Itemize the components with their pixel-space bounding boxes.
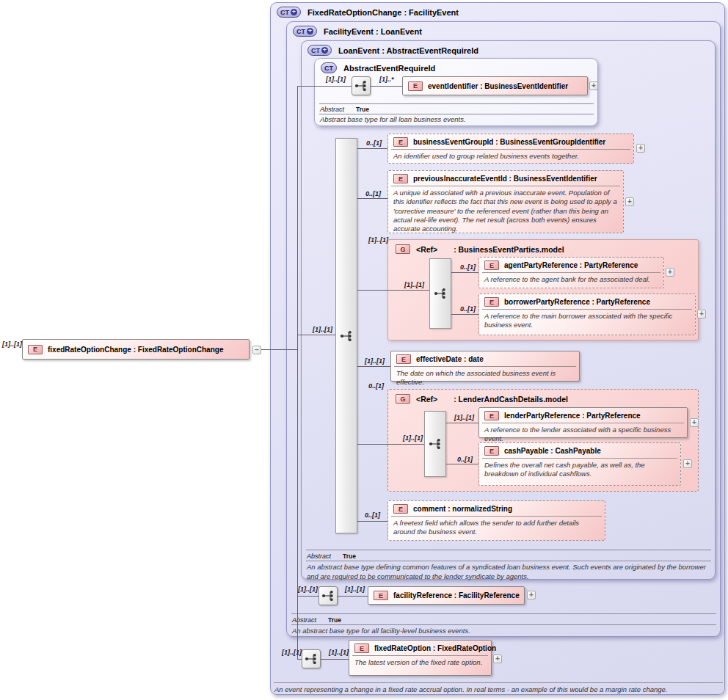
expand-button[interactable]: +	[589, 81, 598, 90]
cardinality-label: [1]..[1]	[345, 586, 365, 593]
group-type: : LenderAndCashDetails.model	[454, 395, 568, 404]
connector-line	[451, 314, 478, 315]
connector-line	[446, 423, 478, 423]
complextype-title: FixedRateOptionChange : FacilityEvent	[307, 8, 459, 17]
group-icon: G	[396, 394, 410, 404]
complextype-extension-icon: CT+	[293, 26, 317, 37]
divider	[319, 103, 594, 104]
expand-button[interactable]: +	[636, 144, 645, 153]
element-title: facilityReference : FacilityReference	[393, 591, 520, 599]
element-businesseventgroupid[interactable]: E businessEventGroupId : BusinessEventGr…	[387, 134, 634, 164]
connector-line	[357, 521, 387, 522]
element-icon: E	[396, 354, 411, 364]
connector-line	[446, 464, 478, 464]
cardinality-label: 0..[1]	[460, 305, 476, 313]
element-icon: E	[354, 644, 369, 653]
element-agentpartyreference[interactable]: E agentPartyReference : PartyReference A…	[478, 257, 664, 288]
element-fixedrateoption[interactable]: E fixedRateOption : FixedRateOption The …	[349, 640, 492, 676]
divider	[291, 613, 716, 614]
element-title: fixedRateOption : FixedRateOption	[374, 644, 496, 652]
complextype-header[interactable]: CT+ FixedRateOptionChange : FacilityEven…	[277, 7, 459, 18]
element-title: comment : normalizedString	[413, 505, 512, 513]
cardinality-label: 0..[1]	[457, 456, 473, 463]
expand-button[interactable]: +	[527, 591, 536, 599]
element-icon: E	[28, 345, 43, 354]
abstract-row: AbstractTrue	[320, 106, 369, 113]
group-ref-label: <Ref>	[416, 245, 437, 254]
expand-button[interactable]: +	[625, 197, 634, 206]
cardinality-label: [1]..[1]	[404, 281, 424, 288]
complextype-description: Abstract base type for all loan business…	[320, 115, 594, 125]
complextype-title: FacilityEvent : LoanEvent	[324, 27, 422, 36]
connector-line	[261, 349, 297, 350]
complextype-description: An event representing a change in a fixe…	[274, 685, 722, 695]
element-title: lenderPartyReference : PartyReference	[504, 412, 641, 420]
element-fixedrateoptionchange[interactable]: E fixedRateOptionChange : FixedRateOptio…	[22, 339, 250, 360]
element-borrowerpartyreference[interactable]: E borrowerPartyReference : PartyReferenc…	[478, 294, 696, 335]
extension-plus-icon: +	[321, 47, 328, 54]
element-previousinaccurateeventid[interactable]: E previousInaccurateEventId : BusinessEv…	[387, 170, 624, 233]
expand-button[interactable]: +	[697, 310, 706, 318]
element-lenderpartyreference[interactable]: E lenderPartyReference : PartyReference …	[478, 407, 688, 438]
cardinality-label: [1]..[1]	[365, 357, 385, 365]
cardinality-label: [1]..[1]	[368, 236, 388, 244]
element-icon: E	[393, 504, 408, 514]
cardinality-label: [1]..[1]	[282, 649, 302, 656]
element-title: fixedRateOptionChange : FixedRateOptionC…	[48, 346, 223, 354]
element-description: A unique id associated with a previous i…	[388, 186, 623, 237]
group-type: : BusinessEventParties.model	[454, 245, 564, 254]
complextype-header[interactable]: CT+ FacilityEvent : LoanEvent	[293, 26, 422, 37]
expand-button[interactable]: +	[690, 418, 699, 427]
element-eventidentifier[interactable]: E eventIdentifier : BusinessEventIdentif…	[402, 76, 588, 95]
element-description: A reference to the main borrower associa…	[479, 310, 695, 333]
element-icon: E	[393, 137, 408, 147]
element-facilityreference[interactable]: E facilityReference : FacilityReference	[368, 586, 525, 605]
schema-diagram: CT+ FixedRateOptionChange : FacilityEven…	[0, 0, 728, 700]
element-title: cashPayable : CashPayable	[504, 447, 601, 455]
sequence-icon[interactable]	[318, 586, 338, 605]
cardinality-label: 0..[1]	[365, 511, 380, 519]
expand-button[interactable]: +	[666, 268, 674, 277]
element-comment[interactable]: E comment : normalizedString A freetext …	[387, 500, 605, 541]
element-description: A reference to the agent bank for the as…	[479, 273, 663, 287]
connector-line	[297, 335, 335, 335]
complextype-icon: CT	[321, 62, 337, 73]
element-description: Defines the overall net cash payable, as…	[479, 459, 680, 482]
extension-plus-icon: +	[291, 9, 297, 15]
element-effectivedate[interactable]: E effectiveDate : date The date on which…	[390, 351, 580, 382]
element-title: businessEventGroupId : BusinessEventGrou…	[413, 138, 605, 146]
connector-line	[451, 272, 478, 273]
cardinality-label: [1]..[1]	[326, 76, 346, 83]
element-icon: E	[374, 591, 388, 600]
connector-line	[321, 659, 349, 660]
element-title: previousInaccurateEventId : BusinessEven…	[413, 175, 597, 183]
complextype-extension-icon: CT+	[277, 7, 301, 18]
cardinality-label: [1]..[1]	[403, 434, 423, 442]
connector-line	[357, 366, 390, 367]
expand-button[interactable]: +	[683, 459, 692, 468]
complextype-header[interactable]: CT AbstractEventRequireId	[321, 62, 435, 73]
element-title: eventIdentifier : BusinessEventIdentifie…	[428, 82, 568, 90]
connector-line	[297, 596, 318, 597]
expand-button[interactable]: +	[493, 655, 502, 663]
element-icon: E	[408, 81, 423, 91]
group-header: G <Ref> : LenderAndCashDetails.model	[396, 394, 568, 404]
complextype-header[interactable]: CT+ LoanEvent : AbstractEventRequireId	[307, 45, 478, 56]
sequence-bar[interactable]	[335, 138, 357, 533]
group-ref-label: <Ref>	[416, 395, 437, 404]
abstract-row: AbstractTrue	[292, 616, 341, 624]
sequence-icon[interactable]	[302, 649, 321, 668]
complextype-extension-icon: CT+	[307, 45, 332, 56]
cardinality-label: [1]..*	[379, 76, 394, 83]
element-description: The latest version of the fixed rate opt…	[349, 656, 491, 670]
collapse-button[interactable]: −	[252, 346, 261, 354]
sequence-bar[interactable]	[424, 411, 446, 477]
sequence-bar[interactable]	[429, 258, 451, 329]
group-icon: G	[396, 244, 410, 254]
connector-line	[357, 148, 387, 149]
element-cashpayable[interactable]: E cashPayable : CashPayable Defines the …	[478, 442, 681, 486]
cardinality-label: 0..[1]	[368, 382, 384, 390]
element-title: borrowerPartyReference : PartyReference	[504, 298, 650, 306]
sequence-icon[interactable]	[352, 76, 371, 95]
complextype-title: AbstractEventRequireId	[343, 64, 435, 73]
